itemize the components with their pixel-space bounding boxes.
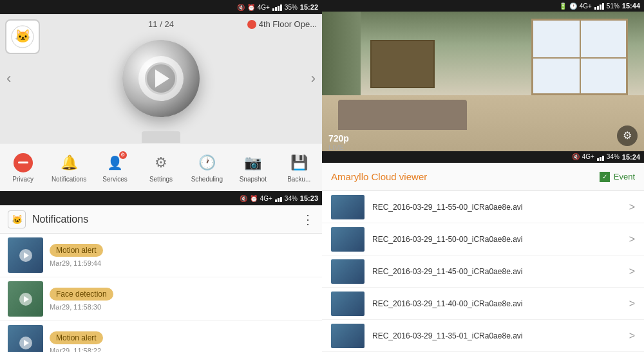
window-v-frame	[580, 21, 581, 93]
next-camera-button[interactable]: ›	[305, 64, 322, 93]
notif-badge: Face detection	[50, 288, 113, 301]
rec-thumbnail	[331, 324, 365, 348]
play-button[interactable]	[138, 56, 184, 101]
services-label: Services	[102, 176, 127, 183]
rec-filename: REC_2016-03-29_11-50-00_iCRa0ae8e.avi	[372, 235, 621, 244]
notifications-label: Notifications	[52, 176, 86, 183]
notif-time: Mar29, 11:58:22	[50, 347, 314, 353]
camera-icon: 📷	[243, 153, 263, 173]
recording-item[interactable]: REC_2016-03-29_11-45-00_iCRa0ae8e.avi >	[322, 255, 644, 288]
live-status-badge: LIVE	[328, 144, 344, 151]
network-label-right-2: 4G+	[582, 153, 594, 160]
rec-thumbnail	[331, 259, 365, 284]
rec-arrow-icon: >	[629, 234, 635, 245]
time-label-right: 15:44	[622, 2, 640, 10]
services-icon: 👤 ⚙	[105, 153, 126, 173]
notifications-button[interactable]: 🔔 Notifications	[50, 153, 88, 183]
cloud-viewer-title: Amaryllo Cloud viewer	[331, 171, 600, 182]
recording-item[interactable]: REC_2016-03-29_11-50-00_iCRa0ae8e.avi >	[322, 223, 644, 255]
right-panel: 🔋 🕐 4G+ 51% 15:44 720p LIVE	[322, 0, 644, 352]
status-bar-top-right: 🔋 🕐 4G+ 51% 15:44	[322, 0, 644, 12]
play-icon	[155, 69, 169, 88]
camera-counter: 11 / 24	[148, 19, 174, 29]
notif-thumbnail	[8, 281, 43, 317]
notifications-header: 🐱 Notifications ⋮	[0, 205, 322, 234]
services-button[interactable]: 👤 ⚙ Services	[96, 153, 135, 183]
rec-filename: REC_2016-03-29_11-45-00_iCRa0ae8e.avi	[372, 267, 621, 276]
privacy-button[interactable]: Privacy	[4, 153, 43, 183]
status-bar-top-left: 🔇 ⏰ 4G+ 35% 15:22	[0, 0, 322, 14]
rec-arrow-icon: >	[629, 266, 635, 277]
battery-icon-right: 🔋	[559, 3, 567, 10]
battery-pct-right-2: 34%	[607, 153, 620, 160]
recording-list: REC_2016-03-29_11-55-00_iCRa0ae8e.avi > …	[322, 191, 644, 352]
resolution-text: 720p	[328, 133, 349, 144]
recording-item[interactable]: REC_2016-03-29_11-55-00_iCRa0ae8e.avi >	[322, 191, 644, 223]
time-label: 15:22	[300, 3, 318, 11]
room-sofa	[338, 100, 467, 131]
network-label: 4G+	[258, 4, 270, 11]
event-filter[interactable]: ✓ Event	[600, 172, 635, 182]
notif-thumbnail	[8, 237, 43, 273]
room-cabinet	[370, 40, 435, 89]
event-label: Event	[614, 172, 635, 181]
live-settings-button[interactable]: ⚙	[617, 125, 638, 146]
backup-button[interactable]: 💾 Backu...	[279, 153, 318, 183]
camera-title: 4th Floor Ope...	[247, 19, 317, 29]
notif-content: Motion alert Mar29, 11:59:44	[50, 244, 314, 267]
camera-status-icon	[247, 20, 256, 29]
time-label-2: 15:23	[300, 194, 318, 202]
network-label-right: 4G+	[580, 3, 592, 10]
left-panel: 🔇 ⏰ 4G+ 35% 15:22 🐱 11 / 24 4th Floor Op…	[0, 0, 322, 352]
signal-bars-right	[594, 2, 604, 10]
cloud-header: Amaryllo Cloud viewer ✓ Event	[322, 163, 644, 191]
privacy-label: Privacy	[12, 176, 33, 183]
signal-bars	[272, 3, 282, 11]
backup-label: Backu...	[287, 176, 310, 183]
rec-thumbnail	[331, 195, 365, 219]
notif-play-icon	[19, 293, 32, 306]
rec-arrow-icon: >	[629, 201, 635, 213]
notif-badge: Motion alert	[50, 244, 103, 257]
notifications-header-logo: 🐱	[8, 210, 26, 228]
notif-badge: Motion alert	[50, 331, 103, 344]
signal-bars-2	[275, 194, 282, 202]
cloud-viewer: Amaryllo Cloud viewer ✓ Event REC_2016-0…	[322, 163, 644, 352]
snapshot-button[interactable]: 📷 Snapshot	[234, 153, 272, 183]
rec-filename: REC_2016-03-29_11-40-00_iCRa0ae8e.avi	[372, 299, 621, 308]
event-checkbox[interactable]: ✓	[600, 172, 610, 182]
notif-play-icon	[19, 249, 32, 262]
alarm-icon: ⏰	[247, 4, 255, 11]
camera-name: 4th Floor Ope...	[259, 19, 317, 29]
recording-item[interactable]: REC_2016-03-29_11-40-00_iCRa0ae8e.avi >	[322, 288, 644, 320]
alarm-icon-2: ⏰	[250, 195, 258, 202]
settings-label: Settings	[149, 176, 173, 183]
live-view: 720p LIVE ⚙	[322, 12, 644, 151]
settings-button[interactable]: ⚙ Settings	[142, 153, 180, 183]
notification-item[interactable]: Motion alert Mar29, 11:58:22	[0, 321, 322, 352]
privacy-icon	[13, 153, 33, 173]
notification-list: Motion alert Mar29, 11:59:44 Face detect…	[0, 234, 322, 352]
rec-thumbnail	[331, 227, 365, 252]
icons-bar: Privacy 🔔 Notifications 👤 ⚙ Services ⚙ S…	[0, 143, 322, 191]
battery-label: 35%	[285, 4, 298, 11]
recording-item[interactable]: REC_2016-03-29_11-35-01_iCRa0ae8e.avi >	[322, 320, 644, 352]
bell-icon: 🔔	[59, 153, 79, 173]
notifications-header-title: Notifications	[32, 214, 295, 225]
clock-icon: 🕐	[196, 153, 217, 173]
live-view-bg	[322, 12, 644, 151]
mute-icon-right: 🔇	[572, 153, 580, 160]
camera-section: 🐱 11 / 24 4th Floor Ope... ‹ ›	[0, 14, 322, 143]
gear-icon: ⚙	[151, 153, 171, 173]
notification-item[interactable]: Face detection Mar29, 11:58:30	[0, 277, 322, 321]
rec-arrow-icon: >	[629, 330, 635, 342]
camera-device	[122, 40, 200, 117]
signal-bars-right-2	[597, 153, 604, 161]
scheduling-button[interactable]: 🕐 Scheduling	[187, 153, 226, 183]
rec-filename: REC_2016-03-29_11-55-00_iCRa0ae8e.avi	[372, 203, 621, 212]
battery-label-2: 34%	[285, 195, 298, 202]
notification-item[interactable]: Motion alert Mar29, 11:59:44	[0, 234, 322, 277]
prev-camera-button[interactable]: ‹	[0, 64, 17, 93]
notifications-menu-button[interactable]: ⋮	[301, 212, 314, 227]
notif-time: Mar29, 11:59:44	[50, 259, 314, 267]
